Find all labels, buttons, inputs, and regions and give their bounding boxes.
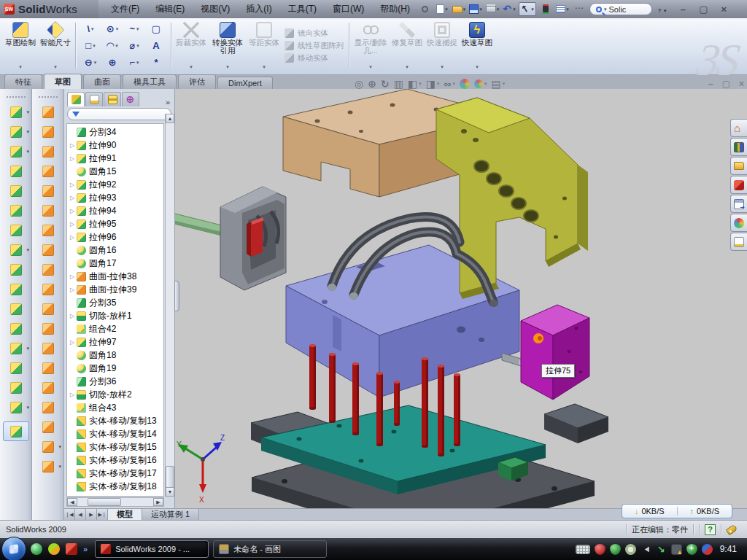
expand-arrow-icon[interactable] <box>69 182 76 188</box>
convert-entities-icon[interactable]: 转换实体引用 ▾ <box>209 20 247 71</box>
quick-launch-chevron[interactable]: » <box>83 545 88 553</box>
circle-icon[interactable]: ⊙ <box>101 20 123 37</box>
display-delete-relations-icon[interactable]: 显示/删除几... ▾ <box>352 20 390 71</box>
network-speed-widget[interactable]: ↓ 0KB/S ↑ 0KB/S <box>622 504 732 518</box>
expand-arrow-icon[interactable] <box>69 273 76 280</box>
graphics-area[interactable]: Y Z X ◎ ⊕ ↻ ▥ ◧ ◨ ∞ <box>175 89 747 508</box>
expand-arrow-icon[interactable] <box>69 234 76 241</box>
badge-ring-icon[interactable] <box>625 544 636 555</box>
menu-item[interactable]: 视图(V) <box>194 1 236 18</box>
minimize-button[interactable]: – <box>676 4 689 15</box>
solidworks-resources-icon[interactable] <box>730 138 747 156</box>
custom-properties-icon[interactable] <box>730 233 747 251</box>
select-box-icon[interactable]: ▢ <box>145 20 167 37</box>
slot-icon[interactable]: ⊖ <box>80 54 101 71</box>
line-icon[interactable]: \ <box>80 20 101 37</box>
expand-arrow-icon[interactable] <box>69 208 76 214</box>
tree-item[interactable]: 圆角18 <box>69 349 163 362</box>
taskbar-button[interactable]: 未命名 - 画图 <box>213 540 327 558</box>
menu-item[interactable]: 插入(I) <box>239 1 278 18</box>
scroll-right-icon[interactable]: ▶ <box>153 498 163 506</box>
tree-item[interactable]: 组合42 <box>69 322 163 335</box>
messenger-quick-icon[interactable] <box>31 543 42 555</box>
polygon-icon[interactable]: ⊕ <box>101 54 123 71</box>
new-file-icon[interactable] <box>435 2 449 16</box>
tree-item[interactable]: 拉伸96 <box>69 230 163 244</box>
menu-item[interactable]: 编辑(E) <box>149 1 191 18</box>
tab-nav-button[interactable]: ▶ <box>86 509 97 520</box>
tab-nav-button[interactable]: ▶❘ <box>97 509 108 520</box>
panel-splitter-handle[interactable] <box>174 281 179 311</box>
tree-item[interactable]: 拉伸93 <box>69 191 163 204</box>
rectangle-icon[interactable]: □ <box>80 37 101 54</box>
tree-item[interactable]: 实体-移动/复制17 <box>69 467 163 480</box>
tab-nav-button[interactable]: ◀ <box>75 509 86 520</box>
menu-item[interactable]: 工具(T) <box>282 1 323 18</box>
expand-arrow-icon[interactable] <box>69 339 76 346</box>
search-input[interactable]: ▾ Solic <box>589 3 652 15</box>
doc-restore-button[interactable]: ▢ <box>722 79 730 89</box>
tree-item[interactable]: 拉伸95 <box>69 217 163 230</box>
tree-item[interactable]: 切除-放样1 <box>69 309 163 322</box>
tree-item[interactable]: 实体-移动/复制13 <box>69 414 163 427</box>
appearances-scenes-icon[interactable] <box>730 214 747 232</box>
tree-item[interactable]: 圆角19 <box>69 362 163 375</box>
print-icon[interactable] <box>485 2 500 16</box>
start-button[interactable] <box>1 537 26 560</box>
tree-item[interactable]: 圆角17 <box>69 257 163 270</box>
home-icon[interactable] <box>730 119 747 137</box>
arc-icon[interactable]: ◠ <box>101 37 123 54</box>
scroll-up-icon[interactable]: ▲ <box>166 114 174 123</box>
security-alert-icon[interactable] <box>595 544 605 555</box>
overflow-icon[interactable] <box>572 2 587 16</box>
doc-minimize-button[interactable]: – <box>708 79 713 89</box>
menu-item[interactable]: 帮助(H) <box>374 1 417 18</box>
network-warning-icon[interactable] <box>671 544 682 555</box>
antivirus-shield-icon[interactable] <box>610 544 621 555</box>
tree-item[interactable]: 实体-移动/复制18 <box>69 480 163 493</box>
tree-item[interactable]: 拉伸97 <box>69 335 163 349</box>
tree-item[interactable]: 曲面-拉伸39 <box>69 283 163 296</box>
quick-snaps-icon[interactable]: 快速捕捉 ▾ <box>425 20 460 71</box>
expand-arrow-icon[interactable] <box>69 142 76 149</box>
tree-item[interactable]: 实体-移动/复制15 <box>69 440 163 454</box>
expand-arrow-icon[interactable] <box>69 392 76 398</box>
volume-icon[interactable] <box>640 544 651 555</box>
select-cursor-icon[interactable] <box>519 2 536 16</box>
featuremanager-tab[interactable] <box>67 92 85 106</box>
expand-arrow-icon[interactable] <box>69 155 76 162</box>
tree-item[interactable]: 分割34 <box>69 125 163 139</box>
open-file-icon[interactable] <box>452 2 466 16</box>
scroll-left-icon[interactable]: ◀ <box>67 498 77 506</box>
help-button[interactable]: ? ▾ <box>658 4 666 15</box>
restore-button[interactable]: ▢ <box>697 4 710 15</box>
move-entities-icon[interactable]: 移动实体 <box>285 53 344 63</box>
tree-item[interactable]: 实体-移动/复制16 <box>69 454 163 467</box>
sketch-fillet-icon[interactable]: ⌐ <box>123 54 145 71</box>
save-icon[interactable] <box>468 2 483 16</box>
menu-item[interactable]: 文件(F) <box>104 1 146 18</box>
sketch-icon[interactable]: 草图绘制 ▾ <box>3 20 38 71</box>
smart-dimension-icon[interactable]: 智能尺寸 ▾ <box>38 20 73 71</box>
expand-arrow-icon[interactable] <box>69 313 76 319</box>
dimxpertmanager-tab[interactable] <box>122 92 139 106</box>
rebuild-traffic-light-icon[interactable] <box>538 2 553 16</box>
rapid-sketch-icon[interactable]: 快速草图 ▾ <box>460 20 495 71</box>
tree-item[interactable]: 拉伸91 <box>69 152 163 165</box>
point-icon[interactable]: * <box>145 54 167 71</box>
tab-nav-button[interactable]: ❘◀ <box>64 509 75 520</box>
taskbar-button[interactable]: SolidWorks 2009 - ... <box>95 540 209 558</box>
tree-item[interactable]: 拉伸94 <box>69 204 163 217</box>
tags-icon[interactable] <box>726 524 738 534</box>
tree-item[interactable]: 组合43 <box>69 401 163 414</box>
undo-icon[interactable] <box>502 2 516 16</box>
design-library-icon[interactable] <box>730 157 747 175</box>
tree-horizontal-scrollbar[interactable]: ◀ ▶ <box>66 497 164 507</box>
tree-item[interactable]: 切除-放样2 <box>69 388 163 401</box>
document-tab[interactable]: 模型 <box>108 509 142 520</box>
ellipse-icon[interactable]: ⌀ <box>123 37 145 54</box>
antivirus-quick-icon[interactable] <box>48 543 60 555</box>
pin-icon[interactable] <box>418 2 433 16</box>
doc-close-button[interactable]: × <box>739 79 744 89</box>
tree-item[interactable]: 拉伸92 <box>69 178 163 191</box>
